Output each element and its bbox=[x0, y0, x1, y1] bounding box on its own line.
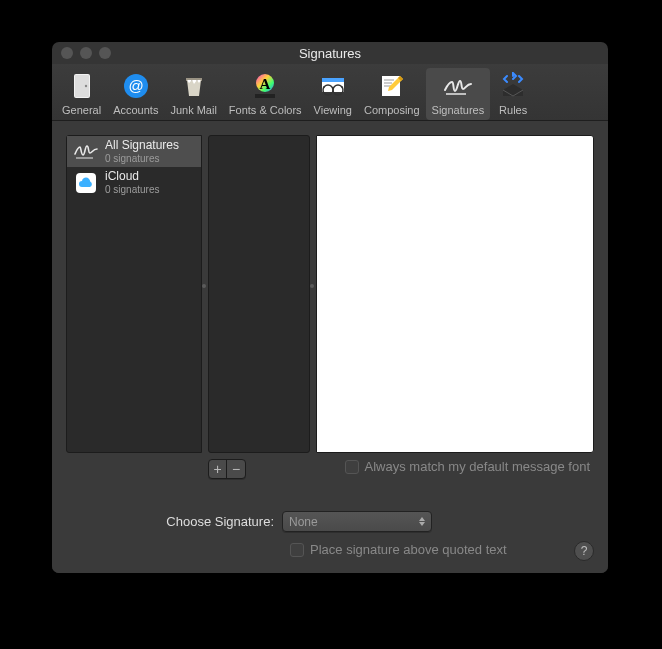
panes: All Signatures 0 signatures iCloud 0 sig… bbox=[66, 135, 594, 453]
chevron-up-down-icon bbox=[419, 517, 425, 526]
tab-label: Viewing bbox=[314, 104, 352, 116]
svg-text:@: @ bbox=[128, 77, 143, 94]
close-button[interactable] bbox=[61, 47, 73, 59]
viewing-icon bbox=[317, 70, 349, 102]
icloud-icon bbox=[73, 172, 99, 194]
fonts-icon: A bbox=[249, 70, 281, 102]
rules-icon bbox=[497, 70, 529, 102]
tab-label: Rules bbox=[499, 104, 527, 116]
tab-junk-mail[interactable]: Junk Mail bbox=[164, 68, 222, 120]
tab-label: Accounts bbox=[113, 104, 158, 116]
place-above-checkbox[interactable] bbox=[290, 543, 304, 557]
account-name: All Signatures bbox=[105, 139, 179, 153]
preferences-toolbar: General @ Accounts Junk Mail A Fonts & C… bbox=[52, 64, 608, 121]
tab-composing[interactable]: Composing bbox=[358, 68, 426, 120]
match-font-label: Always match my default message font bbox=[365, 459, 590, 474]
account-row-icloud[interactable]: iCloud 0 signatures bbox=[67, 167, 201, 198]
tab-general[interactable]: General bbox=[56, 68, 107, 120]
help-icon: ? bbox=[581, 544, 588, 558]
account-sub: 0 signatures bbox=[105, 184, 159, 196]
account-name: iCloud bbox=[105, 170, 159, 184]
svg-text:A: A bbox=[260, 76, 271, 92]
zoom-button[interactable] bbox=[99, 47, 111, 59]
window-title: Signatures bbox=[52, 46, 608, 61]
signatures-list[interactable] bbox=[208, 135, 310, 453]
tab-rules[interactable]: Rules bbox=[490, 68, 536, 120]
choose-signature-label: Choose Signature: bbox=[66, 514, 282, 529]
below-panes: + − Always match my default message font bbox=[66, 459, 594, 479]
tab-label: Signatures bbox=[432, 104, 485, 116]
content-area: All Signatures 0 signatures iCloud 0 sig… bbox=[52, 121, 608, 573]
place-above-label: Place signature above quoted text bbox=[310, 542, 507, 557]
add-remove-control: + − bbox=[208, 459, 246, 479]
account-sub: 0 signatures bbox=[105, 153, 179, 165]
composing-icon bbox=[376, 70, 408, 102]
account-row-all[interactable]: All Signatures 0 signatures bbox=[67, 136, 201, 167]
tab-label: General bbox=[62, 104, 101, 116]
tab-accounts[interactable]: @ Accounts bbox=[107, 68, 164, 120]
svg-point-2 bbox=[84, 85, 86, 87]
preferences-window: Signatures General @ Accounts Junk Mail bbox=[52, 42, 608, 573]
choose-signature-value: None bbox=[289, 515, 318, 529]
tab-label: Composing bbox=[364, 104, 420, 116]
trash-icon bbox=[178, 70, 210, 102]
signature-icon bbox=[442, 70, 474, 102]
signature-editor[interactable] bbox=[316, 135, 594, 453]
help-button[interactable]: ? bbox=[574, 541, 594, 561]
tab-signatures[interactable]: Signatures bbox=[426, 68, 491, 120]
tab-label: Fonts & Colors bbox=[229, 104, 302, 116]
tab-fonts-colors[interactable]: A Fonts & Colors bbox=[223, 68, 308, 120]
svg-rect-7 bbox=[255, 94, 275, 98]
at-icon: @ bbox=[120, 70, 152, 102]
pane-resize-handle[interactable] bbox=[310, 284, 314, 304]
traffic-lights bbox=[52, 47, 111, 59]
match-font-checkbox[interactable] bbox=[345, 460, 359, 474]
choose-signature-popup[interactable]: None bbox=[282, 511, 432, 532]
accounts-list[interactable]: All Signatures 0 signatures iCloud 0 sig… bbox=[66, 135, 202, 453]
tab-viewing[interactable]: Viewing bbox=[308, 68, 358, 120]
bottom-controls: Choose Signature: None Place signature a… bbox=[66, 511, 594, 557]
signature-icon bbox=[73, 141, 99, 163]
remove-button[interactable]: − bbox=[227, 460, 245, 478]
titlebar: Signatures bbox=[52, 42, 608, 64]
general-icon bbox=[66, 70, 98, 102]
svg-rect-9 bbox=[322, 78, 344, 82]
tab-label: Junk Mail bbox=[170, 104, 216, 116]
minimize-button[interactable] bbox=[80, 47, 92, 59]
add-button[interactable]: + bbox=[209, 460, 227, 478]
pane-resize-handle[interactable] bbox=[202, 284, 206, 304]
